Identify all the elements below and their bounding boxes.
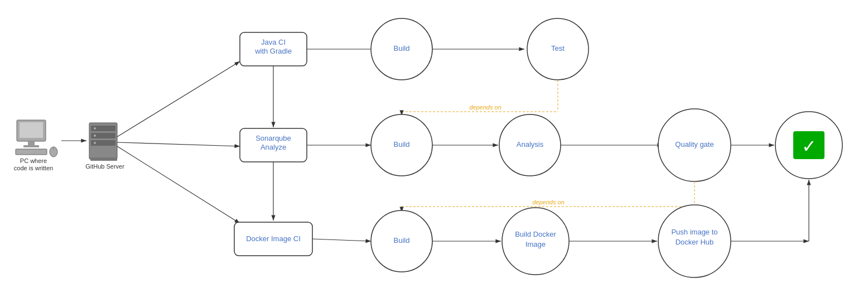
svg-line-18 bbox=[117, 61, 240, 137]
svg-rect-3 bbox=[20, 122, 43, 138]
build-docker-label2: Image bbox=[525, 240, 546, 248]
test-label: Test bbox=[551, 44, 565, 52]
checkmark-icon: ✓ bbox=[802, 136, 817, 156]
analysis-label: Analysis bbox=[517, 140, 544, 148]
github-server-icon bbox=[89, 123, 117, 161]
push-docker-label1: Push image to bbox=[671, 228, 717, 236]
java-ci-label: Java CI bbox=[261, 38, 286, 46]
sonarqube-label2: Analyze bbox=[261, 143, 286, 151]
pipeline-diagram: PC where code is written GitHub Server J… bbox=[0, 0, 868, 297]
svg-line-36 bbox=[312, 239, 371, 241]
depends-on-label-1: depends on bbox=[469, 104, 501, 111]
svg-line-20 bbox=[117, 146, 240, 223]
github-label: GitHub Server bbox=[85, 163, 124, 170]
depends-on-label-2: depends on bbox=[532, 199, 565, 205]
build-docker-label1: Build Docker bbox=[515, 230, 556, 238]
svg-point-15 bbox=[94, 135, 96, 137]
pc-label: PC where bbox=[20, 157, 47, 164]
svg-line-19 bbox=[117, 142, 240, 146]
push-docker-label2: Docker Hub bbox=[676, 238, 714, 246]
pc-icon bbox=[16, 120, 57, 157]
svg-rect-6 bbox=[16, 149, 47, 155]
pc-label2: code is written bbox=[14, 165, 53, 171]
svg-rect-17 bbox=[90, 157, 117, 161]
svg-point-14 bbox=[94, 127, 96, 130]
build1-label: Build bbox=[394, 44, 410, 52]
build3-label: Build bbox=[394, 236, 410, 245]
svg-rect-5 bbox=[23, 145, 39, 147]
svg-rect-4 bbox=[28, 141, 35, 146]
svg-point-16 bbox=[94, 142, 96, 144]
build2-label: Build bbox=[394, 140, 410, 148]
docker-ci-label: Docker Image CI bbox=[246, 234, 301, 243]
java-ci-label2: with Gradle bbox=[254, 47, 292, 55]
quality-gate-label: Quality gate bbox=[675, 140, 713, 148]
sonarqube-label: Sonarqube bbox=[255, 134, 291, 142]
